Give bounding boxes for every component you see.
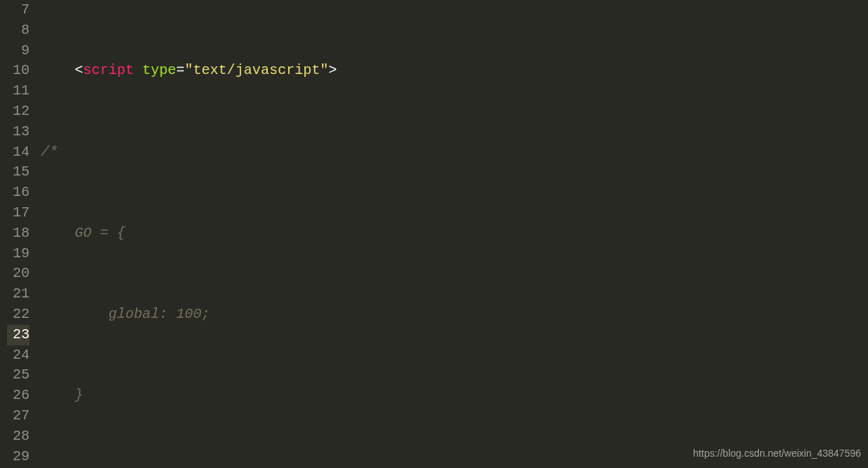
line-number: 18 bbox=[7, 223, 30, 244]
line-number: 25 bbox=[7, 365, 30, 386]
line-number: 16 bbox=[7, 183, 30, 203]
line-number: 29 bbox=[7, 447, 30, 467]
line-number: 27 bbox=[7, 406, 30, 426]
code-editor[interactable]: 7 8 9 10 11 12 13 14 15 16 17 18 19 20 2… bbox=[0, 0, 868, 468]
line-number: 12 bbox=[7, 101, 30, 122]
line-number: 19 bbox=[7, 244, 30, 264]
line-number: 22 bbox=[7, 304, 30, 325]
line-number: 8 bbox=[7, 20, 30, 41]
line-number: 24 bbox=[7, 345, 30, 366]
line-number: 26 bbox=[7, 386, 30, 406]
code-line[interactable]: /* bbox=[41, 142, 868, 163]
line-number-gutter: 7 8 9 10 11 12 13 14 15 16 17 18 19 20 2… bbox=[0, 0, 41, 468]
code-line[interactable]: } bbox=[41, 386, 868, 406]
line-number: 28 bbox=[7, 426, 30, 447]
line-number: 13 bbox=[7, 122, 30, 142]
code-line[interactable]: <script type="text/javascript"> bbox=[41, 61, 868, 81]
line-number: 14 bbox=[7, 142, 30, 163]
line-number: 9 bbox=[7, 41, 30, 61]
watermark-text: https://blog.csdn.net/weixin_43847596 bbox=[693, 443, 861, 464]
code-area[interactable]: <script type="text/javascript"> /* GO = … bbox=[41, 0, 868, 468]
line-number: 20 bbox=[7, 264, 30, 284]
line-number: 11 bbox=[7, 81, 30, 101]
line-number: 21 bbox=[7, 284, 30, 304]
code-line[interactable]: global: 100; bbox=[41, 304, 868, 325]
line-number: 10 bbox=[7, 61, 30, 81]
line-number: 7 bbox=[7, 0, 30, 20]
line-number: 17 bbox=[7, 203, 30, 223]
code-line[interactable]: GO = { bbox=[41, 223, 868, 244]
line-number: 23 bbox=[7, 325, 30, 345]
line-number: 15 bbox=[7, 162, 30, 183]
